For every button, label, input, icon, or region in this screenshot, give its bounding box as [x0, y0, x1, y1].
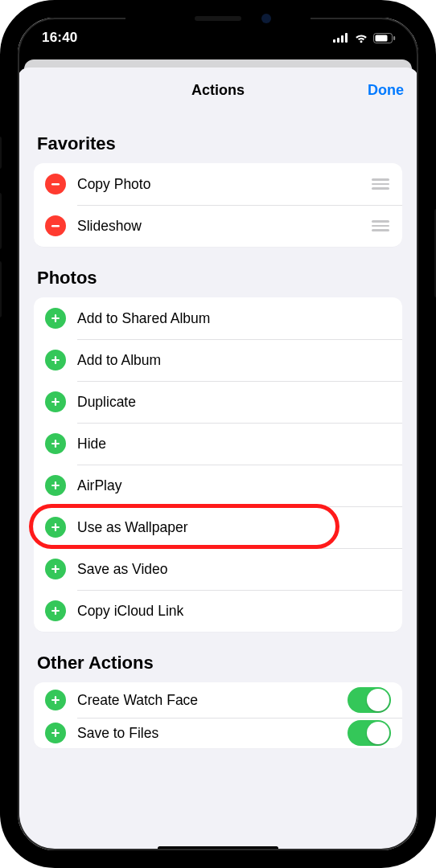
svg-rect-0: [333, 39, 335, 43]
row-label: Add to Shared Album: [77, 310, 391, 327]
section-title-other: Other Actions: [37, 653, 399, 674]
screen: 16:40 Actions Done Favorites Copy Photo: [18, 18, 418, 850]
svg-rect-5: [376, 35, 388, 41]
favorites-card: Copy Photo Slideshow: [34, 163, 402, 247]
svg-rect-3: [345, 33, 348, 43]
add-icon[interactable]: [45, 723, 66, 743]
photos-row-add-shared-album[interactable]: Add to Shared Album: [34, 297, 402, 339]
home-indicator[interactable]: [158, 846, 278, 850]
row-label: Copy iCloud Link: [77, 603, 391, 620]
photos-row-airplay[interactable]: AirPlay: [34, 465, 402, 506]
section-title-photos: Photos: [37, 268, 399, 289]
svg-rect-7: [51, 183, 60, 185]
battery-icon: [373, 33, 396, 43]
remove-icon[interactable]: [45, 174, 66, 194]
add-icon[interactable]: [45, 600, 66, 621]
reorder-handle-icon[interactable]: [372, 220, 391, 231]
add-icon[interactable]: [45, 517, 66, 538]
photos-row-copy-icloud-link[interactable]: Copy iCloud Link: [34, 590, 402, 632]
status-time: 16:40: [42, 25, 77, 46]
add-icon[interactable]: [45, 433, 66, 454]
toggle-switch[interactable]: [348, 720, 391, 746]
other-row-save-to-files[interactable]: Save to Files: [34, 718, 402, 748]
svg-rect-18: [51, 485, 60, 486]
svg-rect-12: [51, 359, 60, 361]
svg-rect-22: [51, 568, 60, 570]
svg-rect-8: [51, 225, 60, 227]
row-label: Save to Files: [77, 725, 348, 742]
svg-rect-20: [51, 526, 60, 528]
svg-rect-26: [51, 699, 60, 701]
svg-rect-2: [341, 35, 343, 43]
nav-bar: Actions Done: [18, 68, 418, 113]
row-label: Add to Album: [77, 352, 391, 369]
toggle-switch[interactable]: [348, 687, 391, 713]
cellular-icon: [333, 33, 349, 43]
svg-rect-6: [393, 36, 395, 40]
other-actions-card: Create Watch Face Save to Files: [34, 682, 402, 748]
photos-row-duplicate[interactable]: Duplicate: [34, 381, 402, 423]
add-icon[interactable]: [45, 690, 66, 710]
row-label: AirPlay: [77, 477, 391, 494]
remove-icon[interactable]: [45, 215, 66, 236]
row-label: Copy Photo: [77, 176, 372, 193]
other-row-create-watch-face[interactable]: Create Watch Face: [34, 682, 402, 718]
row-label: Save as Video: [77, 561, 391, 578]
done-button[interactable]: Done: [368, 82, 404, 99]
wifi-icon: [354, 33, 368, 43]
photos-row-use-as-wallpaper[interactable]: Use as Wallpaper: [34, 506, 402, 548]
add-icon[interactable]: [45, 559, 66, 579]
row-label: Create Watch Face: [77, 692, 348, 709]
photos-row-hide[interactable]: Hide: [34, 423, 402, 465]
svg-rect-14: [51, 401, 60, 403]
row-label: Hide: [77, 436, 391, 452]
favorites-row-slideshow[interactable]: Slideshow: [34, 205, 402, 247]
svg-rect-24: [51, 610, 60, 612]
row-label: Duplicate: [77, 394, 391, 411]
add-icon[interactable]: [45, 475, 66, 496]
svg-rect-28: [51, 732, 60, 734]
add-icon[interactable]: [45, 308, 66, 329]
section-title-favorites: Favorites: [37, 133, 399, 154]
row-label: Slideshow: [77, 218, 372, 235]
svg-rect-1: [337, 38, 339, 43]
svg-rect-10: [51, 317, 60, 319]
photos-row-add-album[interactable]: Add to Album: [34, 339, 402, 381]
add-icon[interactable]: [45, 391, 66, 412]
row-label: Use as Wallpaper: [77, 519, 391, 536]
reorder-handle-icon[interactable]: [372, 178, 391, 190]
page-title: Actions: [191, 82, 245, 99]
add-icon[interactable]: [45, 350, 66, 371]
favorites-row-copy-photo[interactable]: Copy Photo: [34, 163, 402, 205]
photos-row-save-as-video[interactable]: Save as Video: [34, 548, 402, 590]
photos-card: Add to Shared Album Add to Album Duplica…: [34, 297, 402, 632]
actions-sheet: Actions Done Favorites Copy Photo: [18, 68, 418, 850]
status-bar: 16:40: [18, 18, 418, 53]
svg-rect-16: [51, 443, 60, 444]
